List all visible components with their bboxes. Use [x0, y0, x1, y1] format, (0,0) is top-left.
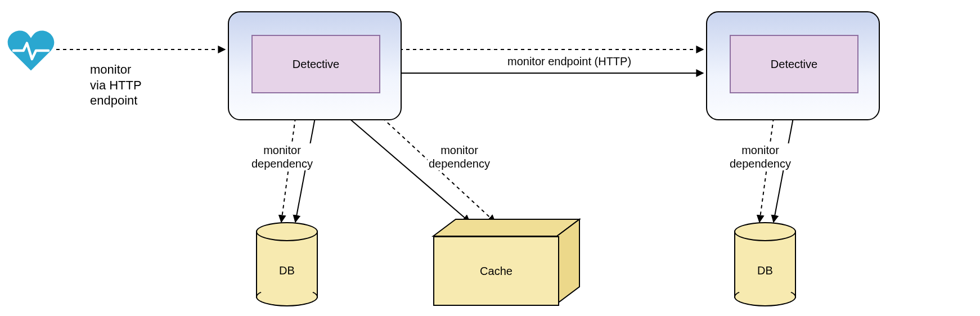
service-box-right: Detective [706, 11, 880, 120]
heartbeat-icon [6, 28, 56, 73]
db-right-label: DB [734, 264, 796, 277]
service-box-left: Detective [228, 11, 402, 120]
label-heart-to-service: monitor via HTTP endpoint [90, 62, 142, 109]
detective-box-left: Detective [251, 35, 380, 93]
detective-box-right: Detective [730, 35, 858, 93]
cache-box: Cache [433, 236, 557, 304]
cache-top-face [433, 219, 579, 236]
db-right: DB [734, 222, 796, 306]
detective-label-right: Detective [771, 58, 817, 71]
label-dep-db-left: monitor dependency [250, 143, 314, 170]
label-dep-cache: monitor dependency [428, 143, 491, 170]
cache-side-face [557, 219, 579, 304]
db-left: DB [256, 222, 318, 306]
db-left-label: DB [256, 264, 318, 277]
label-left-to-right: monitor endpoint (HTTP) [506, 55, 632, 68]
detective-label-left: Detective [293, 58, 339, 71]
cache-label: Cache [480, 265, 513, 278]
label-dep-db-right: monitor dependency [729, 143, 792, 170]
